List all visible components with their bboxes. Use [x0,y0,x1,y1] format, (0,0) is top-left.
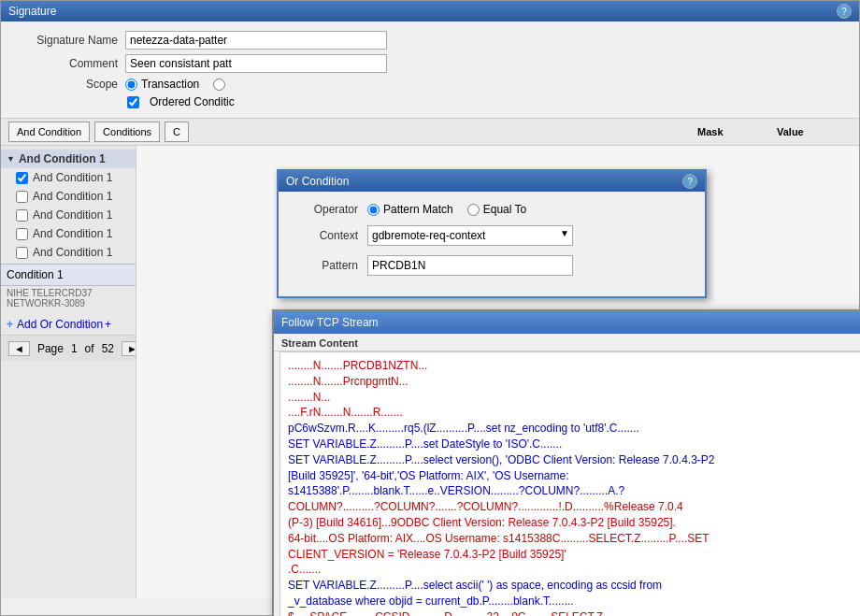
sidebar-item-1-checkbox[interactable] [16,172,28,184]
content-pane: Or Condition ? Operator Pattern Match [136,146,859,598]
tcp-line: SET VARIABLE.Z.........P....set DateStyl… [288,437,860,452]
sidebar-item-4-label: And Condition 1 [33,227,112,240]
sidebar-group1-header[interactable]: ▼ And Condition 1 [1,150,136,168]
operator-label: Operator [293,203,358,216]
add-and-condition-btn[interactable]: And Condition [8,122,90,142]
condition1-label: Condition 1 [1,264,136,286]
signature-title: Signature [8,5,56,18]
scope-options: Transaction [125,78,243,91]
page-total: 52 [102,342,114,355]
or-condition-pattern-row: Pattern [293,255,691,276]
sidebar-item-5[interactable]: And Condition 1 [1,243,136,262]
tcp-line: ........N... [288,390,860,406]
signature-titlebar: Signature ? [1,1,859,21]
add-or-condition-btn[interactable]: + Add Or Condition + [1,314,136,335]
mask-header: Mask [697,126,772,137]
scope-transaction-radio[interactable] [125,79,137,91]
tcp-content-area[interactable]: ........N.......PRCDB1NZTN...........N..… [280,351,860,616]
or-condition-context-row: Context gdbremote-req-context ▼ [293,225,691,246]
pattern-label: Pattern [293,259,358,272]
toolbar: And Condition Conditions C Mask Value [1,118,859,146]
sidebar-extra-2: NETWORKR-3089 [7,298,130,308]
page-prev-btn[interactable]: ◄ [8,341,30,356]
sidebar-item-3[interactable]: And Condition 1 [1,206,136,224]
or-condition-help-icon[interactable]: ? [682,174,697,189]
scope-other-radio[interactable] [213,79,225,91]
sidebar-extra-1: NIHE TELERCRD37 [7,288,130,298]
pagination-bar: ◄ Page 1 of 52 ► [1,335,136,361]
sidebar-item-4-checkbox[interactable] [16,228,28,240]
or-condition-title: Or Condition [286,175,349,188]
sidebar-item-1-label: And Condition 1 [33,171,112,184]
tcp-line: SET VARIABLE.Z.........P....select versi… [288,452,860,468]
ordered-condition-label: Ordered Conditic [150,95,235,108]
comment-input[interactable] [125,54,387,73]
sidebar-item-5-label: And Condition 1 [33,246,112,259]
or-condition-operator-row: Operator Pattern Match Equal To [293,203,691,216]
tcp-line: [Build 35925]', '64-bit','OS Platform: A… [288,468,860,484]
or-condition-content: Operator Pattern Match Equal To [279,192,705,296]
equal-to-text: Equal To [483,203,526,216]
pattern-match-label[interactable]: Pattern Match [367,203,453,216]
scope-other-label[interactable] [213,79,229,91]
sidebar-group1-arrow: ▼ [7,154,15,164]
scope-transaction-label[interactable]: Transaction [125,78,199,91]
operator-radio-group: Pattern Match Equal To [367,203,526,216]
add-icon: + [7,318,13,331]
tcp-line: .C....... [288,562,860,578]
tcp-line: s1415388'.P........blank.T......e..VERSI… [288,483,860,499]
tcp-titlebar: Follow TCP Stream — □ ✕ [274,311,860,334]
tcp-line: ........N.......PrcnpgmtN... [288,374,860,390]
sidebar: ▼ And Condition 1 And Condition 1 And Co… [1,146,136,598]
ordered-condition-row: Ordered Conditic [15,95,845,108]
form-name-row: Signature Name [15,31,845,50]
tcp-line: COLUMN?..........?COLUMN?.......?COLUMN?… [288,499,860,515]
sidebar-item-4[interactable]: And Condition 1 [1,224,136,243]
pattern-input[interactable] [367,255,573,276]
tcp-line: (P-3) [Build 34616]...9ODBC Client Versi… [288,515,860,531]
form-scope-row: Scope Transaction [15,78,845,91]
scope-label: Scope [15,78,118,91]
tcp-line: CLIENT_VERSION = 'Release 7.0.4.3-P2 [Bu… [288,547,860,563]
tcp-line: 64-bit....OS Platform: AIX....OS Usernam… [288,531,860,547]
signature-form: Signature Name Comment Scope Transaction [1,21,859,118]
tcp-title: Follow TCP Stream [281,316,379,329]
conditions-btn[interactable]: Conditions [94,122,160,142]
tcp-line: $.....SPACE.........CCSID...........D...… [288,609,860,616]
page-next-btn[interactable]: ► [122,341,136,356]
sidebar-item-2-label: And Condition 1 [33,190,112,203]
scope-transaction-text: Transaction [141,78,199,91]
sidebar-item-5-checkbox[interactable] [16,247,28,259]
context-label: Context [293,229,358,242]
pattern-match-text: Pattern Match [383,203,453,216]
or-condition-dialog: Or Condition ? Operator Pattern Match [277,169,707,298]
context-select-wrapper: gdbremote-req-context ▼ [367,225,573,246]
sidebar-item-3-checkbox[interactable] [16,209,28,222]
context-select[interactable]: gdbremote-req-context [367,225,573,246]
equal-to-radio[interactable] [467,204,480,216]
signature-window: Signature ? Signature Name Comment Scope… [0,0,860,616]
equal-to-label[interactable]: Equal To [467,203,526,216]
page-current: 1 [71,342,78,355]
sidebar-item-2-checkbox[interactable] [16,191,28,203]
sidebar-item-3-label: And Condition 1 [33,208,112,222]
form-comment-row: Comment [15,54,845,73]
sidebar-item-2[interactable]: And Condition 1 [1,187,136,206]
signature-help-icon[interactable]: ? [837,4,852,19]
pattern-match-radio[interactable] [367,204,380,216]
tcp-line: ....F.rN.......N.......R....... [288,405,860,421]
main-area: ▼ And Condition 1 And Condition 1 And Co… [1,146,859,598]
other-btn[interactable]: C [165,122,189,142]
tcp-line: pC6wSzvm.R....K.........rq5.(lZ.........… [288,421,860,437]
sidebar-group1-label: And Condition 1 [19,152,106,165]
page-label: Page [37,342,64,355]
comment-label: Comment [15,57,118,70]
tcp-dialog: Follow TCP Stream — □ ✕ Stream Content .… [272,309,860,616]
tcp-line: SET VARIABLE.Z.........P....select ascii… [288,578,860,594]
tcp-stream-label: Stream Content [274,334,860,351]
sidebar-item-1[interactable]: And Condition 1 [1,168,136,187]
add-or-condition-label: Add Or Condition [17,318,103,331]
ordered-condition-checkbox[interactable] [127,96,139,108]
value-header: Value [777,126,852,137]
name-input[interactable] [125,31,387,50]
